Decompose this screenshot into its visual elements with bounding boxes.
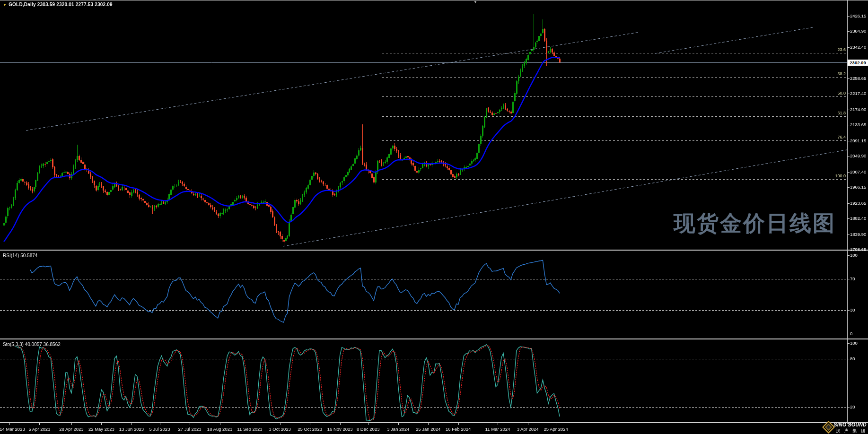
fib-level-label: 50.0 xyxy=(837,91,846,95)
price-axis-label: 1882.40 xyxy=(850,216,866,221)
price-axis-label: 2091.15 xyxy=(850,139,866,143)
date-axis-label: 3 Jan 2024 xyxy=(387,426,409,432)
symbol-ohlc-label[interactable]: ▼GOLD,Daily 2303.59 2320.01 2277.53 2302… xyxy=(3,2,113,7)
date-axis-label: 22 May 2023 xyxy=(88,426,114,432)
brand-name: SINO SOUND xyxy=(833,422,867,427)
price-axis-label: 1798.65 xyxy=(850,247,866,252)
fib-level-label: 100.0 xyxy=(835,174,846,178)
price-axis-label: 2007.40 xyxy=(850,170,866,174)
rsi-axis-label: 0 xyxy=(850,331,852,336)
date-axis-label: 18 Aug 2023 xyxy=(207,426,232,432)
date-axis-label: 5 Jul 2023 xyxy=(149,426,170,432)
sto-axis-label: 80 xyxy=(850,356,855,361)
price-axis-label: 2049.90 xyxy=(850,154,866,158)
pane-separator xyxy=(0,422,868,423)
pane-separator[interactable] xyxy=(0,250,868,251)
date-axis-label: 28 Apr 2023 xyxy=(59,426,83,432)
rsi-axis-label: 30 xyxy=(850,308,855,312)
sto-indicator-label: Sto(5,3,3) 40.0057 36.8562 xyxy=(3,342,61,347)
current-price-tag: 2302.09 xyxy=(848,60,868,66)
mt4-chart-window: ▼GOLD,Daily 2303.59 2320.01 2277.53 2302… xyxy=(0,0,868,434)
price-axis-label: 2426.15 xyxy=(850,14,866,18)
date-axis-label: 13 Jun 2023 xyxy=(119,426,144,432)
price-axis-label: 2217.40 xyxy=(850,91,866,96)
sto-axis-label: 20 xyxy=(850,405,855,409)
fib-level-label: 38.2 xyxy=(837,71,846,76)
date-axis-label: 25 Apr 2024 xyxy=(544,426,568,432)
rsi-axis-label: 100 xyxy=(850,253,858,258)
pane-separator[interactable] xyxy=(0,339,868,339)
date-axis-label: 25 Oct 2023 xyxy=(298,426,322,432)
symbol-ohlc-text: GOLD,Daily 2303.59 2320.01 2277.53 2302.… xyxy=(9,2,113,7)
price-axis-label: 2174.90 xyxy=(850,107,866,112)
fib-level-label: 61.8 xyxy=(837,111,846,115)
date-axis-label: 27 Jul 2023 xyxy=(178,426,201,432)
date-axis-label: 25 Jan 2024 xyxy=(416,426,440,432)
price-axis-label: 2133.65 xyxy=(850,122,866,127)
series-end-marker-icon: ▼ xyxy=(473,0,477,4)
price-axis-label: 2258.65 xyxy=(850,76,866,81)
rsi-axis-label: 70 xyxy=(850,277,855,281)
rsi-indicator-label: RSI(14) 50.5874 xyxy=(3,253,37,258)
sto-axis-label: 100 xyxy=(850,341,858,346)
date-axis-label: 11 Mar 2024 xyxy=(485,426,510,432)
date-axis-label: 16 Nov 2023 xyxy=(327,426,353,432)
date-axis-label: 8 Dec 2023 xyxy=(357,426,380,432)
brand-name-chinese: 汉 声 集 团 xyxy=(833,428,867,434)
date-axis-label: 3 Oct 2023 xyxy=(269,426,290,432)
chevron-down-icon[interactable]: ▼ xyxy=(3,3,7,7)
date-axis-label: 5 Apr 2023 xyxy=(28,426,50,432)
fib-level-label: 76.4 xyxy=(837,135,846,139)
price-axis-label: 1923.65 xyxy=(850,201,866,206)
date-axis-label: 3 Apr 2024 xyxy=(517,426,539,432)
price-axis-label: 2342.40 xyxy=(850,45,866,50)
price-axis-label: 2384.90 xyxy=(850,29,866,34)
fib-level-label: 23.6 xyxy=(837,47,846,52)
date-axis-label: 11 Sep 2023 xyxy=(237,426,262,432)
price-axis-label: 1839.90 xyxy=(850,232,866,237)
price-axis-label: 1966.15 xyxy=(850,185,866,190)
brand-logo: SINO SOUND 汉 声 集 团 xyxy=(826,422,867,434)
watermark: 现货金价日线图 xyxy=(674,209,836,238)
date-axis-label: 16 Feb 2024 xyxy=(446,426,471,432)
date-axis-label: 14 Mar 2023 xyxy=(0,426,25,432)
